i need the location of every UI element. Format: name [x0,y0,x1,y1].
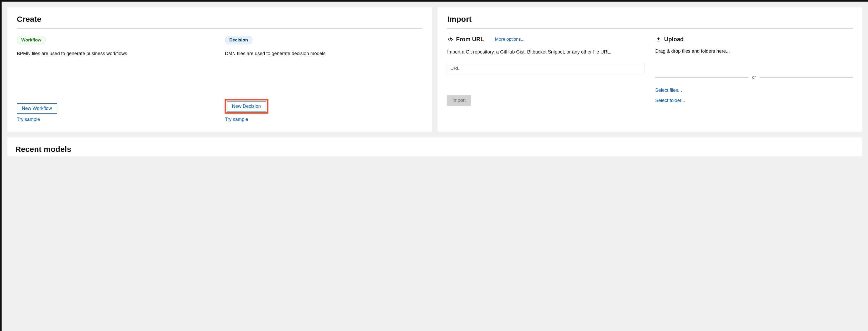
upload-column: Upload Drag & drop files and folders her… [655,36,853,106]
upload-heading: Upload [655,36,684,43]
code-icon [447,36,454,42]
new-workflow-button[interactable]: New Workflow [17,103,57,113]
recent-models-panel: Recent models [7,137,862,156]
workflow-column: Workflow BPMN files are used to generate… [17,36,215,122]
decision-badge: Decision [225,36,253,44]
url-input[interactable] [447,63,645,74]
decision-description: DMN files are used to generate decision … [225,50,423,57]
select-folder-link[interactable]: Select folder... [655,98,853,103]
upload-label: Upload [664,36,684,43]
more-options-link[interactable]: More options... [495,37,524,42]
divider [17,28,423,29]
import-button: Import [447,95,471,106]
decision-try-sample-link[interactable]: Try sample [225,117,248,122]
decision-column: Decision DMN files are used to generate … [225,36,423,122]
svg-line-0 [450,38,451,41]
import-panel: Import From URL More options... Impor [438,7,862,132]
from-url-heading: From URL [447,36,484,43]
import-title: Import [447,15,853,24]
create-title: Create [17,15,423,24]
create-panel: Create Workflow BPMN files are used to g… [7,7,432,132]
from-url-column: From URL More options... Import a Git re… [447,36,645,106]
workflow-description: BPMN files are used to generate business… [17,50,215,57]
upload-icon [655,36,662,42]
workflow-try-sample-link[interactable]: Try sample [17,117,40,122]
recent-models-title: Recent models [15,145,854,154]
new-decision-highlight: New Decision [225,99,268,113]
or-separator: or [655,75,853,80]
svg-rect-1 [657,41,660,41]
from-url-label: From URL [456,36,484,43]
new-decision-button[interactable]: New Decision [227,101,266,111]
divider [447,28,853,29]
select-files-link[interactable]: Select files... [655,88,853,93]
from-url-description: Import a Git repository, a GitHub Gist, … [447,48,645,56]
workflow-badge: Workflow [17,36,46,44]
upload-description: Drag & drop files and folders here... [655,48,853,54]
